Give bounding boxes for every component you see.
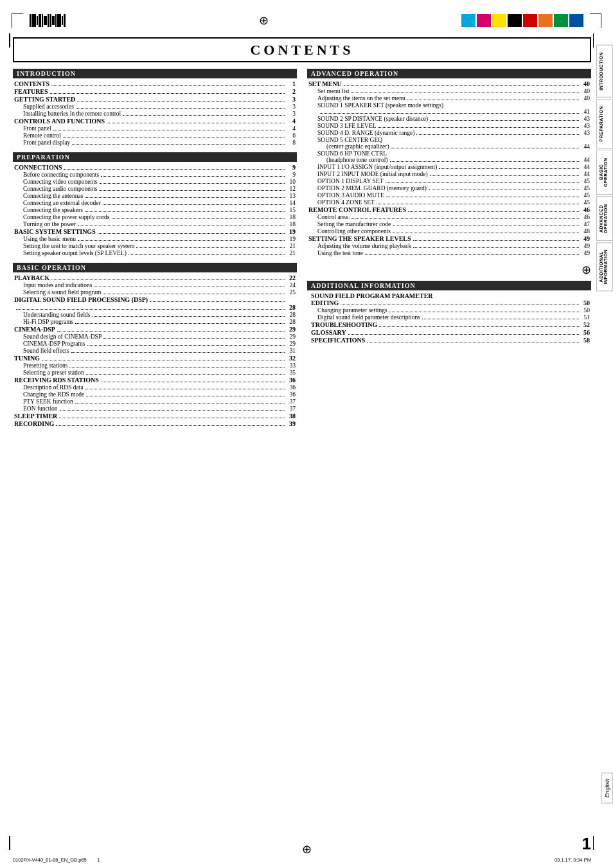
page-title: CONTENTS [14, 42, 590, 58]
toc-entry-sub: Connecting the antennas 13 [14, 193, 296, 199]
toc-label: Description of RDS data [23, 384, 84, 391]
toc-label: Using the basic menu [23, 236, 76, 242]
toc-page: 21 [287, 243, 296, 249]
toc-page: 40 [581, 88, 590, 94]
toc-label: Front panel display [23, 139, 70, 146]
toc-label: Controlling other components [317, 228, 391, 235]
right-column: ADVANCED OPERATION SET MENU 40 Set menu … [307, 69, 591, 434]
toc-page: 44 [581, 143, 590, 150]
toc-entry-sub: OPTION 4 ZONE SET 45 [308, 199, 590, 206]
toc-page: 58 [581, 337, 590, 344]
toc-label: GETTING STARTED [14, 96, 75, 103]
toc-label: Front panel [23, 125, 51, 132]
toc-label: SOUND 1 SPEAKER SET (speaker mode settin… [317, 102, 443, 109]
toc-page: 50 [581, 307, 590, 314]
toc-page: 29 [287, 341, 296, 347]
toc-entry-sub: Understanding sound fields 28 [14, 312, 296, 318]
toc-page: 24 [287, 282, 296, 288]
file-info: 0102RX-V440_01-08_EN_GB.p65 1 [13, 857, 100, 863]
toc-entry-sub: SOUND 3 LFE LEVEL 43 [308, 123, 590, 129]
color-block-black [508, 14, 522, 27]
toc-page: 31 [287, 348, 296, 354]
side-tab-basic-operation: BASIC OPERATION [596, 150, 613, 195]
toc-entry: RECORDING 39 [14, 420, 296, 427]
toc-entry: CONTROLS AND FUNCTIONS 4 [14, 118, 296, 125]
toc-page: 1 [287, 80, 296, 87]
toc-page: 43 [581, 116, 590, 122]
toc-label: SOUND 2 SP DISTANCE (speaker distance) [317, 116, 428, 122]
toc-entry-sub: Connecting audio components 12 [14, 186, 296, 192]
toc-label: REMOTE CONTROL FEATURES [308, 206, 406, 213]
toc-page: 18 [287, 221, 296, 227]
toc-label: Setting the unit to match your speaker s… [23, 243, 134, 249]
toc-page: 38 [287, 412, 296, 420]
section-introduction: INTRODUCTION CONTENTS 1 FEATURES 2 GETTI… [13, 69, 297, 146]
toc-label: CINEMA-DSP Programs [23, 341, 85, 347]
toc-label: TROUBLESHOOTING [308, 321, 377, 328]
toc-entry-sub: EON function 37 [14, 405, 296, 412]
toc-page: 39 [287, 420, 296, 427]
toc-label: CONNECTIONS [14, 164, 62, 171]
toc-page: 37 [287, 398, 296, 405]
toc-page: 2 [287, 88, 296, 95]
toc-label: Installing batteries in the remote contr… [23, 111, 121, 117]
toc-label: OPTION 3 AUDIO MUTE [317, 192, 384, 199]
toc-label: Connecting the speakers [23, 207, 83, 213]
english-label: English [601, 773, 613, 804]
toc-entry-sub: Installing batteries in the remote contr… [14, 111, 296, 117]
section-header-additional-information: ADDITIONAL INFORMATION [307, 281, 591, 290]
toc-entry-sub: Front panel 4 [14, 125, 296, 132]
toc-label: RECORDING [14, 420, 54, 427]
section-content-advanced-operation: SET MENU 40 Set menu list 40 Adjusting t… [307, 80, 591, 256]
toc-entry-sub: Adjusting the items on the set menu 40 [308, 95, 590, 102]
file-page-text: 1 [97, 857, 100, 863]
toc-entry: DIGITAL SOUND FIELD PROCESSING (DSP) [14, 296, 296, 303]
toc-entry: SLEEP TIMER 38 [14, 412, 296, 420]
section-advanced-operation: ADVANCED OPERATION SET MENU 40 Set menu … [307, 69, 591, 256]
toc-entry: GETTING STARTED 3 [14, 96, 296, 103]
toc-page: 25 [287, 289, 296, 296]
border-mark-left-bottom [9, 836, 10, 850]
toc-entry-sub: Adjusting the volume during playback 49 [308, 243, 590, 249]
toc-page: 49 [581, 243, 590, 249]
toc-entry-sub: OPTION 1 DISPLAY SET 45 [308, 178, 590, 184]
toc-label: SPECIFICATIONS [308, 337, 365, 344]
toc-entry-sub: 41 [308, 109, 590, 115]
toc-label: Control area [317, 214, 348, 220]
toc-page: 40 [581, 80, 590, 87]
toc-page: 4 [287, 118, 296, 125]
toc-page: 56 [581, 329, 590, 336]
toc-entry: EDITING 50 [308, 299, 590, 306]
toc-entry-sub: Using the test tone 49 [308, 250, 590, 256]
toc-page: 18 [287, 214, 296, 220]
toc-entry: SET MENU 40 [308, 80, 590, 87]
toc-entry-sub: Front panel display 8 [14, 139, 296, 146]
toc-entry-sub: Connecting an external decoder 14 [14, 200, 296, 206]
toc-label: Before connecting components [23, 172, 99, 178]
toc-entry-sub: Set menu list 40 [308, 88, 590, 94]
toc-label: Changing parameter settings [317, 307, 387, 314]
toc-entry-sub: Turning on the power 18 [14, 221, 296, 227]
two-col-layout: INTRODUCTION CONTENTS 1 FEATURES 2 GETTI… [13, 69, 591, 434]
toc-entry-sub: Selecting a sound field program 25 [14, 289, 296, 296]
toc-label: CONTENTS [14, 80, 49, 87]
toc-page: 45 [581, 185, 590, 191]
toc-label: OPTION 1 DISPLAY SET [317, 178, 384, 184]
toc-label: TUNING [14, 355, 40, 362]
toc-label: Using the test tone [317, 250, 363, 256]
toc-entry-sub: Description of RDS data 36 [14, 384, 296, 391]
file-info-text: 0102RX-V440_01-08_EN_GB.p65 [13, 857, 87, 863]
toc-entry: SETTING THE SPEAKER LEVELS 49 [308, 235, 590, 242]
toc-entry-sub: Setting the unit to match your speaker s… [14, 243, 296, 249]
section-header-advanced-operation: ADVANCED OPERATION [307, 69, 591, 78]
toc-page: 28 [287, 304, 296, 311]
section-content-preparation: CONNECTIONS 9 Before connecting componen… [13, 164, 297, 256]
toc-label: SLEEP TIMER [14, 412, 57, 420]
toc-label: BASIC SYSTEM SETTINGS [14, 228, 96, 235]
side-tab-additional-information: ADDITIONAL INFORMATION [596, 242, 613, 291]
toc-label: Connecting video components [23, 179, 98, 185]
section-basic-operation: BASIC OPERATION PLAYBACK 22 Input modes … [13, 263, 297, 427]
section-preparation: PREPARATION CONNECTIONS 9 Before connect… [13, 152, 297, 256]
toc-entry-sub: Selecting a preset station 35 [14, 369, 296, 376]
toc-page: 36 [287, 376, 296, 384]
